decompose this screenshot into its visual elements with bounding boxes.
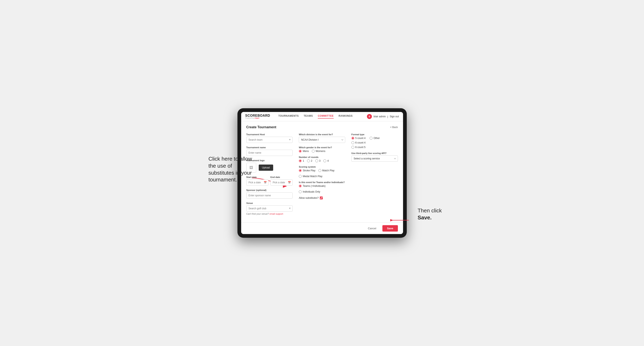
format-5count4-radio[interactable] [352,137,354,140]
user-avatar: B [367,114,372,119]
rounds-3-radio[interactable] [315,159,318,162]
third-party-api-label: Use third-party live scoring API? [352,152,398,155]
logo-powered: Powered by clippd [245,117,270,119]
search-icon: ▼ [289,138,291,141]
logo: SCOREBOARD Powered by clippd [245,114,270,119]
start-date-label: Start date [246,176,268,178]
navbar: SCOREBOARD Powered by clippd TOURNAMENTS… [241,112,403,121]
page-header: Create Tournament < Back [246,125,398,129]
scoring-stroke-option[interactable]: Stroke Play [299,169,315,172]
format-6count4-option[interactable]: 6 count 4 [352,141,366,144]
scoring-match-option[interactable]: Match Play [318,169,334,172]
gender-mens-option[interactable]: Mens [299,150,309,153]
email-support-link[interactable]: email support [270,213,283,215]
rounds-2-radio[interactable] [307,159,310,162]
allow-substitutes-group: Allow substitutes? [299,196,345,199]
format-6count5-radio[interactable] [352,146,354,149]
bottom-bar: Cancel Save [241,222,403,234]
start-date-wrapper: Start date 📅 [246,176,268,185]
allow-substitutes-label: Allow substitutes? [299,196,318,199]
format-other-label: Other [374,137,380,140]
logo-scoreboard: SCOREBOARD [245,114,270,117]
annotation-right: Then click Save. [418,207,442,221]
scoring-match-radio[interactable] [318,169,321,172]
rounds-1-option[interactable]: 1 [299,159,304,162]
rounds-radio-group: 1 2 3 [299,159,345,162]
gender-womens-option[interactable]: Womens [312,150,326,153]
rounds-3-label: 3 [319,159,321,162]
cancel-button[interactable]: Cancel [364,225,380,232]
allow-substitutes-checkbox[interactable] [320,196,323,199]
format-type-label: Format type [352,133,398,136]
format-6count4-label: 6 count 4 [355,141,366,144]
venue-input[interactable] [246,205,293,211]
rounds-4-radio[interactable] [323,159,326,162]
tournament-host-input[interactable] [246,137,293,143]
scoring-system-group: Scoring system Stroke Play Match Play [299,166,345,178]
form-col-middle: Which division is the event for? NCAA Di… [299,133,345,218]
allow-substitutes-checkbox-item[interactable]: Allow substitutes? [299,196,345,199]
nav-committee[interactable]: COMMITTEE [318,114,334,119]
rounds-2-option[interactable]: 2 [307,159,312,162]
format-row-1: 5 count 4 Other [352,137,398,140]
nav-tournaments[interactable]: TOURNAMENTS [278,114,299,119]
gender-womens-radio[interactable] [312,150,315,153]
gender-label: Which gender is the event for? [299,146,345,149]
scoring-service-select[interactable]: Select a scoring service [352,156,398,162]
nav-teams[interactable]: TEAMS [304,114,313,119]
tournament-name-label: Tournament name [246,146,293,149]
format-5count4-label: 5 count 4 [355,137,366,140]
sign-out-link[interactable]: Sign out [390,115,399,118]
tournament-name-input[interactable] [246,150,293,156]
gender-mens-label: Mens [303,150,309,153]
event-teams-option[interactable]: Teams (+Individuals) [299,184,326,187]
calendar-icon-end: 📅 [288,181,291,184]
event-individuals-option[interactable]: Individuals Only [299,190,320,193]
end-date-label: End date [270,176,292,178]
form-col-right: Format type 5 count 4 Other [352,133,398,218]
tournament-name-group: Tournament name [246,146,293,156]
tablet-device: SCOREBOARD Powered by clippd TOURNAMENTS… [238,108,407,238]
sponsor-label: Sponsor (optional) [246,189,293,191]
event-individuals-radio[interactable] [299,190,302,193]
format-other-option[interactable]: Other [370,137,380,140]
tournament-host-label: Tournament Host [246,133,293,136]
scoring-medal-match-radio[interactable] [299,175,302,178]
format-options: 5 count 4 Other [352,137,398,149]
format-other-radio[interactable] [370,137,372,140]
scoring-medal-match-option[interactable]: Medal Match Play [299,175,322,178]
event-teams-radio[interactable] [299,184,302,187]
format-6count4-radio[interactable] [352,141,354,144]
rounds-1-radio[interactable] [299,159,302,162]
main-content: Create Tournament < Back Tournament Host… [241,121,403,222]
venue-group: Venue ▼ Can't find your venue? email sup… [246,202,293,215]
scoring-stroke-label: Stroke Play [303,169,315,172]
format-6count5-option[interactable]: 6 count 5 [352,146,366,149]
back-link[interactable]: < Back [390,126,398,129]
upload-button[interactable]: Upload [259,165,273,171]
venue-dropdown-icon: ▼ [289,207,291,209]
rounds-3-option[interactable]: 3 [315,159,321,162]
separator: | [387,115,388,118]
arrow-right [390,216,411,224]
scoring-match-label: Match Play [322,169,334,172]
nav-user: B blair admin | Sign out [367,114,399,119]
format-type-group: Format type 5 count 4 Other [352,133,398,149]
end-date-wrapper: End date 📅 [270,176,292,185]
rounds-group: Number of rounds 1 2 [299,156,345,162]
tablet-screen: SCOREBOARD Powered by clippd TOURNAMENTS… [241,112,403,234]
rounds-4-option[interactable]: 4 [323,159,329,162]
scoring-stroke-radio[interactable] [299,169,302,172]
nav-rankings[interactable]: RANKINGS [338,114,353,119]
gender-womens-label: Womens [316,150,326,153]
division-select[interactable]: NCAA Division I NCAA Division II NCAA Di… [299,137,345,143]
event-type-label: Is this event for Teams and/or Individua… [299,181,345,183]
gender-mens-radio[interactable] [299,150,302,153]
nav-links: TOURNAMENTS TEAMS COMMITTEE RANKINGS [278,114,361,119]
format-6count5-label: 6 count 5 [355,146,366,149]
event-type-radio-group: Teams (+Individuals) Individuals Only [299,184,345,193]
save-button[interactable]: Save [382,225,398,232]
format-5count4-option[interactable]: 5 count 4 [352,137,366,140]
sponsor-input[interactable] [246,192,293,198]
scoring-system-radio-group: Stroke Play Match Play Medal Match Play [299,169,345,178]
